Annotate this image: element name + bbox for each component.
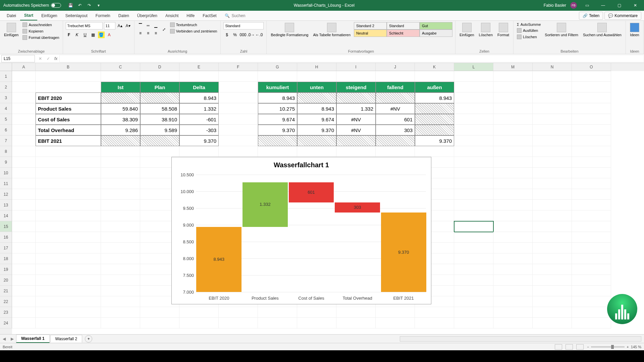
percent-icon[interactable]: % [231, 32, 238, 38]
cell-A12[interactable] [12, 189, 36, 200]
cell-L12[interactable] [454, 189, 493, 200]
cell-L11[interactable] [454, 178, 493, 189]
column-header-E[interactable]: E [179, 63, 219, 71]
cell-B1[interactable] [36, 71, 101, 82]
cell-L4[interactable] [454, 103, 493, 114]
cell-D2[interactable]: Plan [140, 82, 179, 93]
cell-M24[interactable] [493, 318, 533, 328]
cell-B16[interactable] [36, 232, 101, 243]
row-header-16[interactable]: 16 [0, 232, 12, 243]
qat-dropdown-icon[interactable]: ▾ [96, 3, 101, 8]
format-as-table-button[interactable]: Als Tabelle formatieren [312, 22, 352, 38]
cell-E6[interactable]: -303 [179, 125, 219, 135]
cell-L23[interactable] [454, 307, 493, 318]
cell-N12[interactable] [533, 189, 572, 200]
row-header-4[interactable]: 4 [0, 103, 12, 114]
avatar[interactable]: FB [570, 2, 577, 9]
align-center-icon[interactable]: ≡ [145, 30, 152, 37]
row-header-5[interactable]: 5 [0, 114, 12, 125]
cell-L5[interactable] [454, 114, 493, 125]
cell-D6[interactable]: 9.589 [140, 125, 179, 135]
cell-M9[interactable] [493, 157, 533, 168]
cell-C2[interactable]: Ist [101, 82, 140, 93]
cell-N13[interactable] [533, 200, 572, 210]
zoom-level[interactable]: 145 % [631, 345, 641, 349]
cell-B10[interactable] [36, 168, 101, 178]
cell-F8[interactable] [219, 146, 258, 157]
cell-L14[interactable] [454, 210, 493, 221]
cell-O1[interactable] [572, 71, 611, 82]
cell-K2[interactable]: außen [415, 82, 454, 93]
cell-B13[interactable] [36, 200, 101, 210]
style-standard[interactable]: Standard [387, 22, 420, 29]
cell-C14[interactable] [101, 210, 140, 221]
paste-button[interactable]: Einfügen [3, 22, 20, 38]
row-header-3[interactable]: 3 [0, 93, 12, 103]
cell-M21[interactable] [493, 286, 533, 296]
tab-start[interactable]: Start [20, 11, 37, 20]
cell-N24[interactable] [533, 318, 572, 328]
cell-A13[interactable] [12, 200, 36, 210]
tab-view[interactable]: Ansicht [161, 11, 182, 20]
row-header-12[interactable]: 12 [0, 189, 12, 200]
cell-L3[interactable] [454, 93, 493, 103]
clear-button[interactable]: Löschen [516, 34, 541, 40]
align-middle-icon[interactable]: ═ [145, 22, 152, 29]
cell-L17[interactable] [454, 243, 493, 253]
cell-B20[interactable] [36, 275, 101, 286]
cell-A3[interactable] [12, 93, 36, 103]
cell-N21[interactable] [533, 286, 572, 296]
cell-I7[interactable] [336, 135, 376, 146]
cell-I24[interactable] [336, 318, 376, 328]
cell-N2[interactable] [533, 82, 572, 93]
cell-B11[interactable] [36, 178, 101, 189]
cell-M12[interactable] [493, 189, 533, 200]
column-header-L[interactable]: L [454, 63, 493, 71]
cell-N19[interactable] [533, 264, 572, 275]
cell-C12[interactable] [101, 189, 140, 200]
cell-G3[interactable]: 8.943 [258, 93, 297, 103]
cell-F3[interactable] [219, 93, 258, 103]
cell-L19[interactable] [454, 264, 493, 275]
cell-F23[interactable] [219, 307, 258, 318]
cell-G7[interactable] [258, 135, 297, 146]
cell-H8[interactable] [297, 146, 336, 157]
cell-C15[interactable] [101, 221, 140, 232]
cell-D1[interactable] [140, 71, 179, 82]
tab-file[interactable]: Datei [3, 11, 20, 20]
increase-decimal-icon[interactable]: .0→ [248, 32, 254, 38]
comma-icon[interactable]: 000 [239, 32, 246, 38]
cell-O13[interactable] [572, 200, 611, 210]
cell-E3[interactable]: 8.943 [179, 93, 219, 103]
cell-C10[interactable] [101, 168, 140, 178]
cell-A7[interactable] [12, 135, 36, 146]
cell-L15[interactable] [454, 221, 493, 232]
cell-K23[interactable] [415, 307, 454, 318]
cell-H4[interactable]: 8.943 [297, 103, 336, 114]
decrease-font-icon[interactable]: A▾ [125, 22, 131, 29]
column-header-A[interactable]: A [12, 63, 36, 71]
cell-F6[interactable] [219, 125, 258, 135]
cell-M23[interactable] [493, 307, 533, 318]
row-header-17[interactable]: 17 [0, 243, 12, 253]
search-input[interactable]: 🔍 Suchen [225, 13, 246, 18]
cell-J1[interactable] [376, 71, 415, 82]
merge-center-button[interactable]: Verbinden und zentrieren [169, 28, 218, 34]
row-header-22[interactable]: 22 [0, 296, 12, 307]
row-header-9[interactable]: 9 [0, 157, 12, 168]
cell-M3[interactable] [493, 93, 533, 103]
cell-H7[interactable] [297, 135, 336, 146]
italic-button[interactable]: K [74, 32, 80, 38]
prev-sheet-icon[interactable]: ◀ [0, 337, 8, 341]
align-left-icon[interactable]: ≡ [137, 30, 144, 37]
cell-O23[interactable] [572, 307, 611, 318]
fx-icon[interactable]: fx [52, 56, 59, 61]
cell-C17[interactable] [101, 243, 140, 253]
cell-L10[interactable] [454, 168, 493, 178]
page-layout-view-icon[interactable] [566, 344, 573, 350]
increase-font-icon[interactable]: A▴ [117, 22, 123, 29]
cell-D24[interactable] [140, 318, 179, 328]
cell-G4[interactable]: 10.275 [258, 103, 297, 114]
cell-A23[interactable] [12, 307, 36, 318]
cell-O9[interactable] [572, 157, 611, 168]
